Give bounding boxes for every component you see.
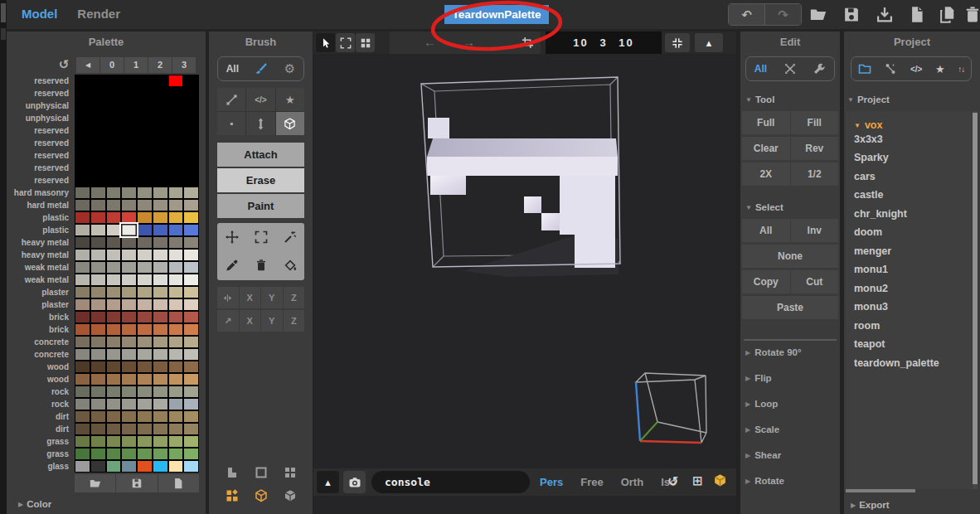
palette-swatch[interactable] — [153, 348, 168, 361]
palette-swatch[interactable] — [168, 112, 184, 124]
palette-swatch[interactable] — [121, 149, 137, 162]
palette-swatch[interactable] — [153, 199, 168, 211]
3d-canvas[interactable] — [313, 54, 736, 468]
palette-swatch[interactable] — [75, 298, 90, 311]
palette-swatch[interactable] — [137, 373, 153, 386]
palette-swatch[interactable] — [137, 199, 153, 211]
palette-swatch[interactable] — [183, 410, 199, 423]
palette-save-button[interactable] — [116, 474, 157, 492]
color-section-toggle[interactable]: ▶Color — [18, 499, 51, 509]
palette-swatch[interactable] — [90, 448, 106, 460]
palette-swatch[interactable] — [90, 137, 106, 149]
region-tool-button[interactable] — [356, 33, 375, 52]
palette-swatch[interactable] — [75, 236, 90, 249]
palette-swatch[interactable] — [90, 398, 106, 410]
tool-button-2x[interactable]: 2X — [742, 162, 790, 186]
palette-swatch[interactable] — [106, 298, 122, 311]
palette-swatch[interactable] — [168, 236, 184, 249]
palette-swatch[interactable] — [137, 211, 153, 224]
palette-swatch[interactable] — [75, 348, 90, 361]
project-horizontal-scrollbar[interactable] — [846, 489, 972, 492]
palette-swatch[interactable] — [75, 249, 90, 261]
palette-swatch[interactable] — [106, 199, 122, 211]
palette-swatch[interactable] — [106, 274, 122, 286]
edit-section-scale[interactable]: ▶Scale — [745, 424, 802, 450]
palette-swatch[interactable] — [168, 174, 184, 187]
palette-swatch[interactable] — [121, 162, 137, 174]
project-item-3x3x3[interactable]: 3x3x3 — [846, 130, 972, 149]
palette-swatch[interactable] — [168, 386, 184, 398]
palette-swatch[interactable] — [75, 224, 90, 236]
palette-swatch[interactable] — [121, 373, 137, 386]
palette-swatch[interactable] — [106, 137, 122, 149]
brush-line-mode[interactable] — [217, 88, 245, 111]
palette-swatch[interactable] — [168, 336, 184, 348]
project-item-monu2[interactable]: monu2 — [846, 279, 972, 298]
palette-swatch[interactable] — [106, 398, 122, 410]
palette-swatch[interactable] — [75, 124, 90, 137]
trash-icon[interactable] — [255, 259, 268, 272]
palette-swatch[interactable] — [137, 448, 153, 460]
voxel-model[interactable] — [427, 118, 618, 268]
palette-swatch[interactable] — [137, 187, 153, 199]
palette-swatch[interactable] — [121, 87, 137, 99]
palette-swatch[interactable] — [168, 99, 184, 112]
palette-swatch[interactable] — [75, 386, 90, 398]
palette-swatch[interactable] — [75, 112, 90, 124]
palette-swatch[interactable] — [153, 336, 168, 348]
scrollbar-thumb[interactable] — [973, 113, 978, 484]
palette-swatch[interactable] — [153, 373, 168, 386]
palette-swatch[interactable] — [153, 187, 168, 199]
palette-swatch[interactable] — [90, 112, 106, 124]
palette-swatch[interactable] — [183, 87, 199, 99]
project-item-monu1[interactable]: monu1 — [846, 260, 972, 279]
palette-swatch[interactable] — [168, 249, 184, 261]
palette-swatch[interactable] — [183, 187, 199, 199]
select-section-header[interactable]: ▼Select — [745, 202, 784, 212]
edit-section-rotate-90-[interactable]: ▶Rotate 90° — [745, 347, 802, 373]
tool-button-fill[interactable]: Fill — [791, 111, 839, 134]
palette-swatch[interactable] — [153, 124, 168, 137]
hierarchy-icon[interactable] — [884, 62, 897, 75]
palette-swatch[interactable] — [75, 137, 90, 149]
palette-swatch[interactable] — [183, 174, 199, 187]
palette-swatch[interactable] — [106, 112, 122, 124]
palette-swatch[interactable] — [121, 311, 137, 323]
palette-swatch[interactable] — [137, 323, 153, 336]
palette-swatch[interactable] — [153, 323, 168, 336]
palette-swatch[interactable] — [168, 261, 184, 274]
mirror-axis-y[interactable]: Y — [261, 287, 283, 308]
duplicate-icon[interactable] — [939, 6, 957, 23]
show-ground-toggle[interactable] — [217, 466, 246, 479]
palette-swatch[interactable] — [121, 460, 137, 473]
palette-swatch[interactable] — [106, 75, 122, 87]
palette-swatch[interactable] — [106, 249, 122, 261]
palette-swatch[interactable] — [90, 361, 106, 373]
tool-button-clear[interactable]: Clear — [742, 137, 790, 160]
palette-swatch[interactable] — [153, 274, 168, 286]
loop-axis-y[interactable]: Y — [261, 310, 283, 332]
tool-button-1-2[interactable]: 1/2 — [791, 162, 839, 186]
palette-swatch[interactable] — [106, 348, 122, 361]
palette-swatch[interactable] — [90, 99, 106, 112]
palette-tab-1[interactable]: 1 — [124, 57, 148, 73]
palette-swatch[interactable] — [168, 211, 184, 224]
project-item-monu3[interactable]: monu3 — [846, 298, 972, 317]
palette-swatch[interactable] — [153, 99, 168, 112]
model-dimensions[interactable]: 10 3 10 — [546, 32, 662, 54]
palette-swatch[interactable] — [75, 199, 90, 211]
palette-swatch[interactable] — [106, 286, 122, 298]
show-wire-cube-toggle[interactable] — [246, 489, 275, 502]
palette-swatch[interactable] — [183, 373, 199, 386]
project-item-chr_knight[interactable]: chr_knight — [846, 205, 972, 224]
palette-swatch[interactable] — [90, 75, 106, 87]
palette-swatch[interactable] — [90, 249, 106, 261]
palette-swatch[interactable] — [106, 311, 122, 323]
palette-swatch[interactable] — [183, 249, 199, 261]
viewport-menu-button[interactable]: ▲ — [695, 33, 723, 52]
project-item-room[interactable]: room — [846, 317, 972, 336]
brush-box-mode[interactable] — [276, 112, 304, 135]
palette-swatch[interactable] — [183, 398, 199, 410]
palette-swatch[interactable] — [75, 460, 90, 473]
palette-swatch[interactable] — [137, 224, 153, 236]
